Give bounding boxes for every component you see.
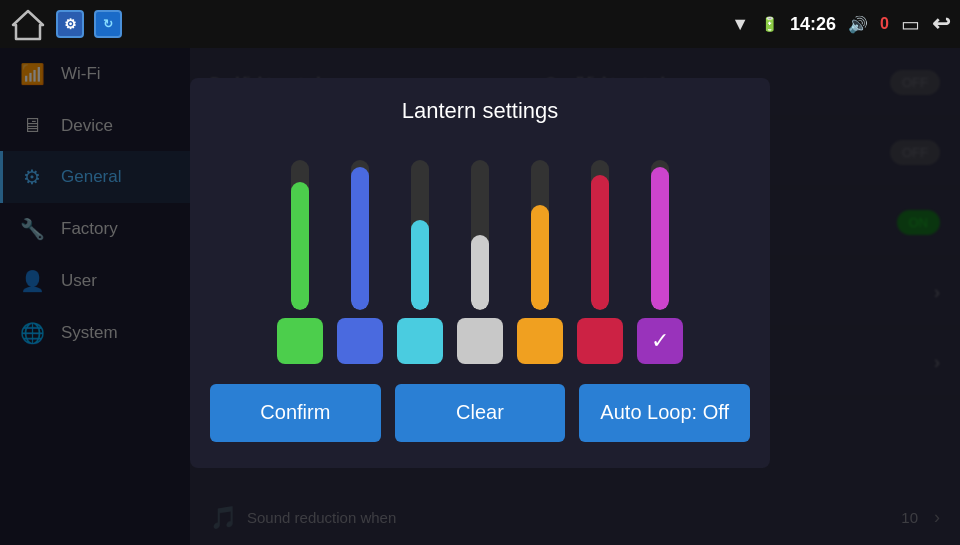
refresh-icon[interactable]: ↻ <box>94 10 122 38</box>
slider-white-fill <box>471 235 489 310</box>
slider-white <box>457 160 503 364</box>
slider-purple: ✓ <box>637 160 683 364</box>
slider-red-fill <box>591 175 609 310</box>
slider-red <box>577 160 623 364</box>
back-icon[interactable]: ↩ <box>932 11 950 37</box>
status-left: ⚙ ↻ <box>10 7 122 41</box>
slider-red-thumb[interactable] <box>577 318 623 364</box>
slider-white-thumb[interactable] <box>457 318 503 364</box>
status-bar: ⚙ ↻ ▼ 🔋 14:26 🔊 0 ▭ ↩ <box>0 0 960 48</box>
slider-green-fill <box>291 182 309 310</box>
slider-purple-fill <box>651 167 669 310</box>
volume-icon: 🔊 <box>848 15 868 34</box>
slider-green-thumb[interactable] <box>277 318 323 364</box>
slider-cyan-fill <box>411 220 429 310</box>
modal-buttons: Confirm Clear Auto Loop: Off <box>210 384 750 442</box>
slider-orange <box>517 160 563 364</box>
battery-icon: 🔋 <box>761 16 778 32</box>
time-display: 14:26 <box>790 14 836 35</box>
slider-purple-thumb[interactable]: ✓ <box>637 318 683 364</box>
slider-green <box>277 160 323 364</box>
slider-orange-thumb[interactable] <box>517 318 563 364</box>
slider-orange-fill <box>531 205 549 310</box>
slider-blue-thumb[interactable] <box>337 318 383 364</box>
lantern-settings-modal: Lantern settings <box>190 78 770 468</box>
svg-marker-0 <box>13 11 43 39</box>
auto-loop-button[interactable]: Auto Loop: Off <box>579 384 750 442</box>
slider-cyan-thumb[interactable] <box>397 318 443 364</box>
clear-button[interactable]: Clear <box>395 384 566 442</box>
wifi-status-icon: ▼ <box>731 14 749 35</box>
slider-cyan <box>397 160 443 364</box>
modal-title: Lantern settings <box>402 98 559 124</box>
confirm-button[interactable]: Confirm <box>210 384 381 442</box>
settings-icon[interactable]: ⚙ <box>56 10 84 38</box>
home-icon[interactable] <box>10 7 46 41</box>
red-number: 0 <box>880 15 889 33</box>
slider-blue-fill <box>351 167 369 310</box>
sliders-container: ✓ <box>267 144 693 364</box>
slider-blue <box>337 160 383 364</box>
modal-overlay: Lantern settings <box>0 0 960 545</box>
screen-cast-icon: ▭ <box>901 12 920 36</box>
status-right: ▼ 🔋 14:26 🔊 0 ▭ ↩ <box>731 11 950 37</box>
